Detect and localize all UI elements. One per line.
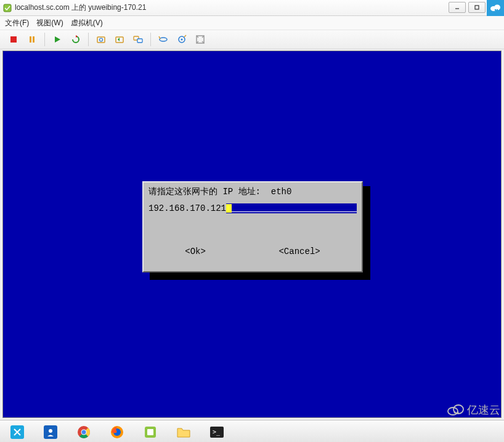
cancel-button[interactable]: <Cancel> [278, 247, 320, 256]
taskbar-firefox-icon[interactable] [104, 422, 131, 441]
restart-button[interactable] [67, 31, 84, 47]
menu-bar: 文件(F) 视图(W) 虚拟机(V) [0, 16, 504, 30]
toolbar [0, 30, 504, 49]
taskbar-folder-icon[interactable] [170, 422, 197, 441]
svg-rect-12 [97, 37, 105, 43]
svg-rect-16 [137, 39, 142, 43]
window-titlebar: localhost.sc.com 上的 yuweibing-170.21 [0, 0, 504, 16]
menu-file[interactable]: 文件(F) [5, 18, 29, 28]
stop-button[interactable] [5, 31, 22, 47]
svg-rect-10 [30, 36, 31, 43]
watermark-text: 亿速云 [467, 403, 500, 417]
svg-point-13 [100, 38, 103, 41]
maximize-button[interactable] [468, 2, 486, 13]
svg-point-23 [454, 412, 456, 414]
snapshot-manage-button[interactable] [129, 31, 147, 47]
taskbar-terminal-icon[interactable]: >_ [203, 422, 230, 441]
dialog-button-row: <Ok> <Cancel> [148, 247, 357, 256]
settings-button[interactable] [173, 31, 190, 47]
svg-point-24 [457, 412, 459, 414]
cloud-badge-icon [487, 0, 504, 16]
devices-button[interactable] [155, 31, 172, 47]
svg-point-7 [495, 9, 496, 10]
dialog-prompt: 请指定这张网卡的 IP 地址: eth0 [148, 186, 357, 197]
fullscreen-button[interactable] [192, 31, 209, 47]
taskbar-app-1[interactable] [4, 422, 31, 441]
ip-input-field[interactable]: 192.168.170.121 [148, 203, 357, 213]
menu-vm[interactable]: 虚拟机(V) [71, 18, 103, 28]
svg-point-27 [49, 429, 52, 433]
snapshot-take-button[interactable] [92, 31, 110, 47]
ip-input-value: 192.168.170.121 [148, 203, 226, 213]
vmware-icon [2, 3, 12, 13]
ip-config-dialog: 请指定这张网卡的 IP 地址: eth0 192.168.170.121 <Ok… [142, 181, 363, 272]
svg-rect-2 [475, 6, 479, 9]
pause-button[interactable] [23, 31, 41, 47]
minimize-button[interactable] [449, 2, 466, 13]
taskbar: >_ [0, 420, 504, 442]
cursor-icon [226, 204, 232, 213]
svg-point-32 [82, 430, 86, 434]
svg-point-8 [497, 9, 498, 10]
svg-point-17 [160, 38, 167, 41]
svg-rect-36 [147, 429, 153, 435]
svg-rect-11 [33, 36, 35, 43]
svg-rect-0 [4, 4, 11, 12]
watermark: 亿速云 [447, 403, 500, 417]
snapshot-revert-button[interactable] [111, 31, 128, 47]
svg-rect-9 [10, 36, 17, 43]
taskbar-app-2[interactable] [37, 422, 64, 441]
window-title: localhost.sc.com 上的 yuweibing-170.21 [15, 2, 502, 13]
vm-console[interactable]: 请指定这张网卡的 IP 地址: eth0 192.168.170.121 <Ok… [2, 51, 502, 418]
taskbar-chrome-icon[interactable] [70, 422, 97, 441]
svg-text:>_: >_ [213, 428, 221, 436]
play-button[interactable] [49, 31, 66, 47]
svg-point-19 [181, 39, 183, 41]
ok-button[interactable]: <Ok> [185, 247, 206, 256]
menu-view[interactable]: 视图(W) [36, 18, 63, 28]
taskbar-vmware-icon[interactable] [137, 422, 164, 441]
